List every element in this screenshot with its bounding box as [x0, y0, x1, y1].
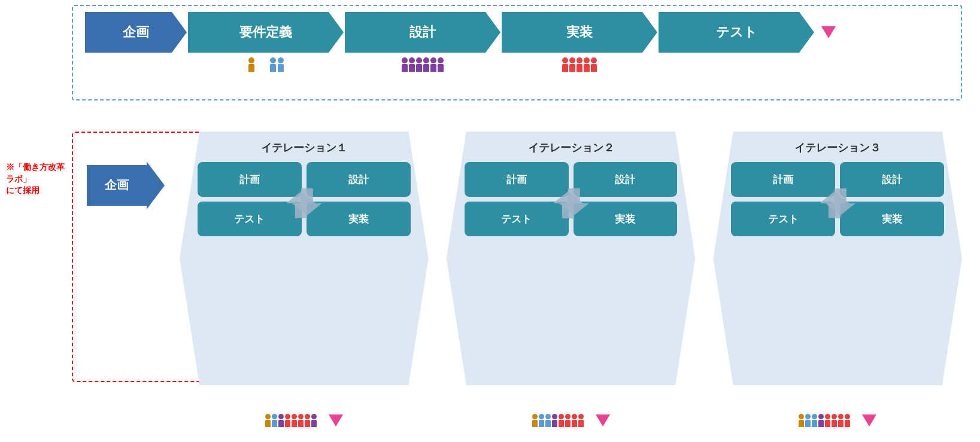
- person-icon: [578, 414, 584, 427]
- step-label: 企画: [123, 23, 149, 41]
- iteration-3-hex: イテレーション３ 計画 設計 テスト 実装: [713, 132, 962, 385]
- person-icon: [270, 57, 276, 72]
- agile-label: ※「働き方改革ラボ」 にて採用: [6, 161, 69, 197]
- person-icon: [799, 414, 804, 427]
- cycle-arrows-svg: [465, 161, 678, 245]
- agile-section: ※「働き方改革ラボ」 にて採用 企画 イテレーション１ 計画 設計 テスト 実装: [72, 132, 962, 430]
- iteration-2-title: イテレーション２: [528, 141, 614, 155]
- cycle-arrows-svg: [731, 161, 944, 245]
- person-icon: [430, 57, 436, 72]
- waterfall-section: 企画 要件定義 設計 実装 テスト: [72, 5, 962, 100]
- person-icon: [278, 414, 284, 427]
- step-label: 要件定義: [239, 23, 292, 41]
- person-icon: [305, 414, 310, 427]
- person-icon: [532, 414, 538, 427]
- person-icon: [572, 414, 577, 427]
- iteration-2-persons: [532, 414, 584, 427]
- person-icon: [569, 57, 575, 72]
- person-icon: [402, 57, 408, 72]
- person-icon: [272, 414, 277, 427]
- waterfall-step-test: テスト: [659, 12, 814, 53]
- person-icon: [285, 414, 290, 427]
- iteration-3-persons: [799, 414, 850, 427]
- person-icon: [409, 57, 415, 72]
- person-icon: [584, 57, 590, 72]
- waterfall-end-marker: [821, 26, 836, 38]
- persons-group-3: [502, 57, 657, 72]
- person-icon: [545, 414, 551, 427]
- person-icon: [265, 414, 271, 427]
- iteration-3-end-marker: [862, 414, 876, 426]
- person-icon: [292, 414, 297, 427]
- iteration-1-persons: [265, 414, 317, 427]
- iterations-container: イテレーション１ 計画 設計 テスト 実装: [180, 132, 962, 430]
- step-label: 実装: [566, 23, 593, 41]
- person-icon: [818, 414, 824, 427]
- person-icon: [311, 414, 317, 427]
- person-icon: [805, 414, 811, 427]
- person-icon: [832, 414, 837, 427]
- waterfall-step-sekkei: 設計: [345, 12, 500, 53]
- person-icon: [416, 57, 422, 72]
- person-icon: [838, 414, 844, 427]
- person-icon: [562, 57, 568, 72]
- iteration-3: イテレーション３ 計画 設計 テスト 実装: [713, 132, 962, 430]
- iteration-2-hex: イテレーション２ 計画 設計 テスト 実装: [447, 132, 696, 385]
- waterfall-step-jissou: 実装: [502, 12, 657, 53]
- waterfall-step-kikaku: 企画: [85, 12, 187, 53]
- person-icon: [591, 57, 597, 72]
- iteration-1-title: イテレーション１: [261, 141, 347, 155]
- person-icon: [825, 414, 830, 427]
- person-icon: [539, 414, 544, 427]
- waterfall-persons-row: [73, 53, 961, 72]
- iteration-2: イテレーション２ 計画 設計 テスト 実装: [447, 132, 696, 430]
- iteration-1-bottom: [180, 414, 429, 427]
- person-icon: [559, 414, 564, 427]
- persons-group-2: [345, 57, 500, 72]
- person-icon: [423, 57, 429, 72]
- waterfall-arrows-row: 企画 要件定義 設計 実装 テスト: [73, 6, 961, 53]
- step-label: テスト: [716, 23, 757, 41]
- iteration-1-hex: イテレーション１ 計画 設計 テスト 実装: [180, 132, 429, 385]
- iteration-2-end-marker: [596, 414, 610, 426]
- person-icon: [845, 414, 850, 427]
- waterfall-step-youken: 要件定義: [188, 12, 344, 53]
- iteration-1-end-marker: [329, 414, 343, 426]
- person-icon: [278, 57, 284, 72]
- persons-group-1: [188, 57, 344, 72]
- person-icon: [438, 57, 444, 72]
- person-icon: [248, 57, 254, 72]
- iteration-1: イテレーション１ 計画 設計 テスト 実装: [180, 132, 429, 430]
- person-icon: [298, 414, 304, 427]
- step-label: 設計: [409, 23, 436, 41]
- svg-text:企画: 企画: [104, 178, 129, 191]
- iteration-3-bottom: [713, 414, 962, 427]
- agile-planning-arrow: 企画: [87, 161, 165, 212]
- person-icon: [577, 57, 582, 72]
- person-icon: [552, 414, 557, 427]
- iteration-2-bottom: [447, 414, 696, 427]
- iteration-3-title: イテレーション３: [794, 141, 881, 155]
- person-icon: [565, 414, 571, 427]
- cycle-arrows-svg: [198, 161, 411, 245]
- person-icon: [812, 414, 817, 427]
